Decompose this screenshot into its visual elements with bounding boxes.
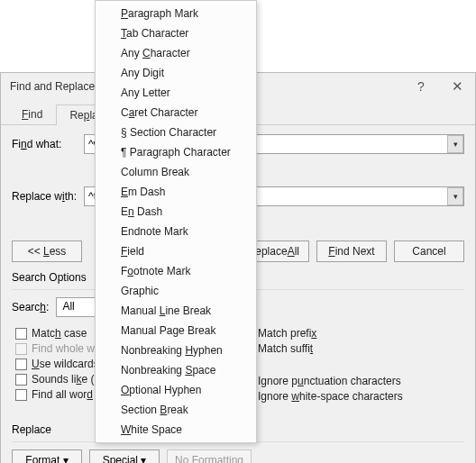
special-menu-item[interactable]: Any Letter [96,83,256,103]
special-menu-item[interactable]: Field [96,241,256,261]
special-menu-item[interactable]: Tab Character [96,23,256,43]
match-prefix-checkbox[interactable]: Match prefix [242,327,464,340]
special-menu-item[interactable]: Endnote Mark [96,222,256,241]
special-menu-item[interactable]: Nonbreaking Hyphen [96,340,256,360]
replace-with-dropdown[interactable]: ▾ [447,187,463,205]
special-button[interactable]: Special ▾ [89,449,160,463]
special-menu-item[interactable]: En Dash [96,202,256,222]
special-menu-item[interactable]: Caret Character [96,103,256,123]
format-button[interactable]: Format ▾ [12,449,82,463]
find-next-button[interactable]: Find Next [316,241,387,262]
replace-with-label: Replace with: [12,190,84,203]
special-menu-item[interactable]: Any Digit [96,63,256,83]
special-menu: Paragraph MarkTab CharacterAny Character… [95,0,257,443]
ignore-punctuation-checkbox[interactable]: Ignore punctuation characters [242,375,464,387]
special-menu-item[interactable]: White Space [96,420,256,440]
special-menu-item[interactable]: Manual Page Break [96,321,256,340]
special-menu-item[interactable]: Section Break [96,400,256,420]
special-menu-item[interactable]: Column Break [96,162,256,182]
special-menu-item[interactable]: Em Dash [96,182,256,202]
less-button[interactable]: << Less [12,241,82,262]
special-menu-item[interactable]: Nonbreaking Space [96,360,256,380]
special-menu-item[interactable]: Paragraph Mark [96,4,256,23]
help-button[interactable]: ? [403,73,439,100]
find-what-label: Find what: [12,138,84,150]
ignore-whitespace-checkbox[interactable]: Ignore white-space characters [242,390,464,403]
special-menu-item[interactable]: ¶ Paragraph Character [96,142,256,162]
tab-find[interactable]: Find [8,104,56,124]
find-what-dropdown[interactable]: ▾ [447,135,463,153]
special-menu-item[interactable]: Graphic [96,281,256,301]
special-menu-item[interactable]: Footnote Mark [96,261,256,281]
search-direction-label: Search: [12,301,49,313]
special-menu-item[interactable]: § Section Character [96,123,256,142]
special-menu-item[interactable]: Optional Hyphen [96,380,256,400]
close-button[interactable]: ✕ [439,73,475,100]
no-formatting-button: No Formatting [167,449,252,463]
match-suffix-checkbox[interactable]: Match suffit [242,342,464,355]
special-menu-item[interactable]: Manual Line Break [96,301,256,321]
special-menu-item[interactable]: Any Character [96,43,256,63]
cancel-button[interactable]: Cancel [394,241,464,262]
